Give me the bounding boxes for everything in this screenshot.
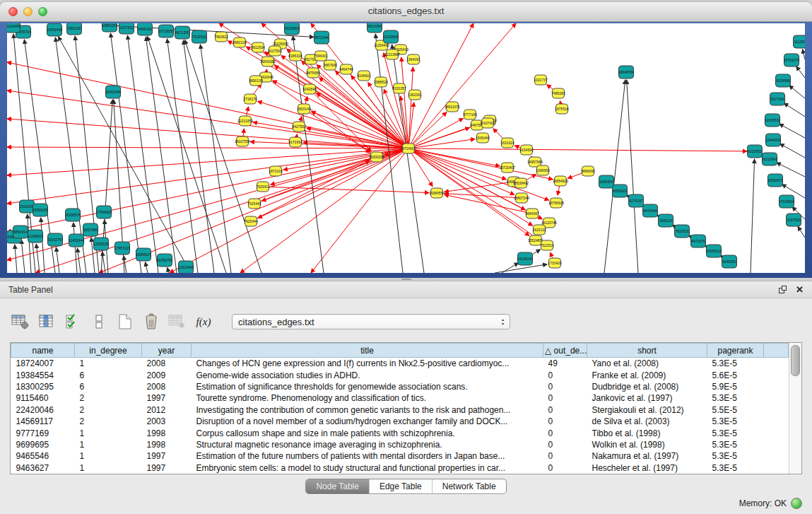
graph-node[interactable]: 14621072: [445, 102, 460, 112]
create-column-button[interactable]: [116, 313, 134, 331]
graph-node[interactable]: 18807249: [514, 193, 529, 203]
delete-table-button[interactable]: [168, 313, 187, 331]
graph-node[interactable]: 8186328: [288, 51, 302, 61]
graph-node[interactable]: 14136141: [517, 252, 533, 265]
graph-node[interactable]: 7963822: [214, 32, 228, 42]
table-row[interactable]: 911546021997Tourette syndrome. Phenomeno…: [11, 392, 789, 404]
graph-node[interactable]: 16782759: [157, 254, 172, 267]
graph-node[interactable]: 1873103: [269, 166, 283, 176]
graph-node[interactable]: 18539492: [513, 178, 529, 188]
graph-node[interactable]: 10853297: [102, 23, 117, 32]
graph-node[interactable]: 1527602: [119, 23, 134, 34]
graph-node[interactable]: 6466162: [138, 23, 153, 35]
graph-node[interactable]: 9154690: [519, 145, 534, 155]
graph-node[interactable]: 1099650: [536, 165, 550, 175]
graph-node[interactable]: 12093532: [765, 114, 780, 127]
graph-node[interactable]: 9227341: [770, 93, 785, 105]
graph-node[interactable]: 8427552: [292, 122, 306, 132]
graph-node[interactable]: 9329966: [776, 74, 791, 87]
graph-node[interactable]: 18300295: [369, 152, 384, 162]
graph-node[interactable]: 9474444: [643, 204, 658, 217]
graph-node[interactable]: 8572244: [314, 31, 329, 44]
graph-node[interactable]: 1631624: [500, 138, 514, 148]
graph-node[interactable]: 11451944: [69, 234, 84, 247]
graph-node[interactable]: 9127505: [268, 46, 282, 56]
graph-node[interactable]: 15592971: [767, 174, 783, 187]
graph-node[interactable]: 18107554: [235, 136, 250, 146]
graph-node[interactable]: 19756928: [548, 198, 564, 208]
graph-node[interactable]: 7625444: [244, 216, 258, 226]
graph-node[interactable]: 16543382: [260, 57, 276, 66]
graph-node[interactable]: 1733426: [548, 258, 562, 268]
graph-node[interactable]: 20206576: [65, 209, 81, 221]
graph-node[interactable]: 17957223: [114, 242, 130, 255]
graph-node[interactable]: 2588520: [374, 77, 388, 87]
table-row[interactable]: 1938455462009Genome-wide association stu…: [11, 369, 789, 380]
graph-node[interactable]: 9146821: [357, 71, 371, 81]
graph-node[interactable]: 6179197: [629, 194, 644, 207]
table-row[interactable]: 2242004622012Investigating the contribut…: [11, 404, 789, 416]
graph-node[interactable]: 2718176: [243, 94, 257, 104]
graph-node[interactable]: 1615132: [532, 225, 546, 235]
graph-node[interactable]: 1364091: [406, 54, 420, 64]
graph-node[interactable]: 9684067: [525, 209, 539, 218]
graph-node[interactable]: 8471676: [691, 235, 706, 247]
graph-node[interactable]: 16210643: [762, 153, 777, 165]
table-row[interactable]: 969969511998Structural magnetic resonanc…: [11, 439, 789, 450]
column-header[interactable]: name: [11, 344, 75, 358]
graph-node[interactable]: 19142757: [47, 233, 63, 246]
graph-node[interactable]: 1861150: [67, 23, 82, 35]
column-header[interactable]: △ out_de...: [543, 344, 587, 358]
graph-node[interactable]: 1536444: [476, 133, 490, 143]
table-row[interactable]: 977716911998Corpus callosum shape and si…: [11, 427, 789, 438]
graph-node[interactable]: 9170064: [288, 137, 302, 147]
graph-node[interactable]: 12156829: [28, 230, 43, 243]
window-titlebar[interactable]: citations_edges.txt: [0, 2, 812, 22]
graph-node[interactable]: 6671355: [175, 26, 190, 39]
graph-node[interactable]: 17016504: [779, 195, 794, 208]
graph-node[interactable]: 1362061: [408, 90, 422, 100]
float-panel-icon[interactable]: [778, 285, 787, 294]
table-mode-button[interactable]: [11, 313, 30, 331]
graph-node[interactable]: 1167533: [787, 214, 801, 226]
function-builder-button[interactable]: f(x): [194, 313, 213, 331]
table-row[interactable]: 1872400712008Changes of HCN gene express…: [11, 358, 789, 370]
network-canvas[interactable]: 1872400718300295193845541462107297771699…: [7, 23, 805, 273]
graph-node[interactable]: 12444151: [765, 134, 781, 146]
graph-node[interactable]: 7632621: [675, 225, 690, 238]
graph-node[interactable]: 1112504: [794, 35, 806, 48]
graph-node[interactable]: 1875516: [555, 104, 569, 114]
graph-node[interactable]: 16033809: [284, 23, 300, 35]
graph-node[interactable]: 16107427: [480, 118, 495, 128]
graph-node[interactable]: 16648784: [618, 66, 634, 78]
graph-node[interactable]: 9875685: [306, 68, 320, 78]
graph-node[interactable]: 7515533: [192, 30, 207, 43]
column-header[interactable]: in_degree: [75, 344, 142, 358]
graph-node[interactable]: 9245052: [722, 255, 737, 268]
toggle-rows-button[interactable]: [90, 313, 108, 331]
scrollbar-thumb[interactable]: [791, 345, 800, 376]
graph-node[interactable]: 9097588: [83, 223, 98, 236]
graph-node[interactable]: 15590155: [33, 204, 48, 216]
graph-node[interactable]: 10654112: [706, 245, 722, 257]
graph-node[interactable]: 8960128: [233, 37, 247, 47]
graph-node[interactable]: 7485083: [551, 88, 565, 98]
graph-node[interactable]: 8454749: [339, 64, 353, 74]
graph-node[interactable]: 12213359: [237, 116, 253, 126]
graph-node[interactable]: 2935114: [659, 214, 673, 227]
graph-node[interactable]: 7546401: [314, 51, 328, 61]
graph-node[interactable]: 9777169: [463, 110, 477, 119]
graph-node[interactable]: 12923468: [178, 261, 194, 273]
graph-node[interactable]: 15720407: [500, 163, 515, 173]
table-row[interactable]: 946362711997Embryonic stem cells: a mode…: [11, 462, 789, 474]
select-columns-button[interactable]: [64, 313, 82, 331]
graph-node[interactable]: 8215953: [748, 145, 763, 158]
table-selector-dropdown[interactable]: citations_edges.txt ▴▾: [232, 314, 510, 329]
graph-node[interactable]: 20053346: [105, 86, 121, 98]
graph-node[interactable]: 2803144: [297, 104, 311, 114]
show-columns-button[interactable]: [37, 313, 56, 331]
graph-node[interactable]: 9242848: [302, 84, 317, 94]
graph-node[interactable]: 7525442: [247, 199, 261, 209]
graph-node[interactable]: 16958107: [136, 248, 151, 261]
graph-node[interactable]: 7522514: [540, 240, 554, 250]
